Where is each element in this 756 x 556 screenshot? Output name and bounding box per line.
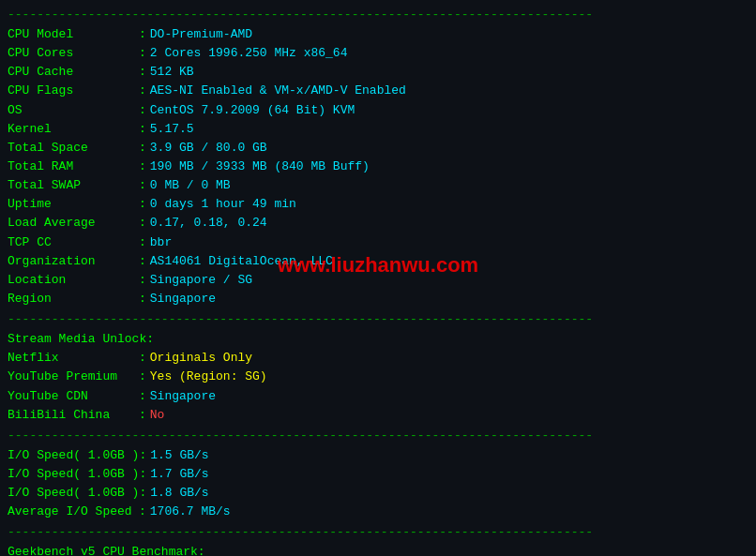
youtube-cdn-value: Singapore <box>150 387 216 406</box>
youtube-cdn-label: YouTube CDN <box>8 387 139 406</box>
cpu-model-label: CPU Model <box>8 25 139 44</box>
divider-top: ----------------------------------------… <box>8 8 748 22</box>
cpu-cache-label: CPU Cache <box>8 63 139 82</box>
organization-label: Organization <box>8 252 139 271</box>
cpu-cache-value: 512 KB <box>150 63 194 82</box>
avg-io-row: Average I/O Speed : 1706.7 MB/s <box>8 503 748 521</box>
io2-row: I/O Speed( 1.0GB ) : 1.7 GB/s <box>8 465 748 484</box>
cpu-flags-label: CPU Flags <box>8 82 139 100</box>
os-label: OS <box>8 101 139 120</box>
total-space-row: Total Space : 3.9 GB / 80.0 GB <box>8 139 748 158</box>
organization-row: Organization : AS14061 DigitalOcean, LLC <box>8 252 748 271</box>
cpu-cores-label: CPU Cores <box>8 44 139 63</box>
load-average-label: Load Average <box>8 214 139 233</box>
stream-media-row: Stream Media Unlock : <box>8 330 748 349</box>
netflix-value: Originals Only <box>150 349 252 368</box>
tcp-cc-row: TCP CC : bbr <box>8 233 748 252</box>
tcp-cc-value: bbr <box>150 233 172 252</box>
kernel-label: Kernel <box>8 120 139 139</box>
io3-label: I/O Speed( 1.0GB ) <box>8 484 139 503</box>
total-ram-label: Total RAM <box>8 158 139 176</box>
tcp-cc-label: TCP CC <box>8 233 139 252</box>
load-average-value: 0.17, 0.18, 0.24 <box>150 214 267 233</box>
location-label: Location <box>8 271 139 290</box>
geekbench-section-label: Geekbench v5 CPU Benchmark: <box>8 543 205 556</box>
io1-label: I/O Speed( 1.0GB ) <box>8 446 139 465</box>
stream-media-label: Stream Media Unlock <box>8 330 146 349</box>
region-value: Singapore <box>150 290 216 308</box>
geekbench-section-row: Geekbench v5 CPU Benchmark: <box>8 543 748 556</box>
youtube-cdn-row: YouTube CDN : Singapore <box>8 387 748 406</box>
os-row: OS : CentOS 7.9.2009 (64 Bit) KVM <box>8 101 748 120</box>
cpu-cores-value: 2 Cores 1996.250 MHz x86_64 <box>150 44 348 63</box>
youtube-premium-label: YouTube Premium <box>8 368 139 386</box>
divider-2: ----------------------------------------… <box>8 312 748 326</box>
load-average-row: Load Average : 0.17, 0.18, 0.24 <box>8 214 748 233</box>
total-space-label: Total Space <box>8 139 139 158</box>
uptime-label: Uptime <box>8 195 139 214</box>
netflix-label: Netflix <box>8 349 139 368</box>
avg-io-value: 1706.7 MB/s <box>150 503 231 521</box>
total-swap-row: Total SWAP : 0 MB / 0 MB <box>8 176 748 195</box>
uptime-row: Uptime : 0 days 1 hour 49 min <box>8 195 748 214</box>
youtube-premium-value: Yes (Region: SG) <box>150 368 267 386</box>
divider-4: ----------------------------------------… <box>8 525 748 539</box>
youtube-premium-row: YouTube Premium : Yes (Region: SG) <box>8 368 748 386</box>
io3-value: 1.8 GB/s <box>150 484 208 503</box>
kernel-row: Kernel : 5.17.5 <box>8 120 748 139</box>
cpu-cache-row: CPU Cache : 512 KB <box>8 63 748 82</box>
total-swap-label: Total SWAP <box>8 176 139 195</box>
os-value: CentOS 7.9.2009 (64 Bit) KVM <box>150 101 355 120</box>
location-value: Singapore / SG <box>150 271 252 290</box>
kernel-value: 5.17.5 <box>150 120 194 139</box>
location-row: Location : Singapore / SG <box>8 271 748 290</box>
total-space-value: 3.9 GB / 80.0 GB <box>150 139 267 158</box>
total-ram-row: Total RAM : 190 MB / 3933 MB (840 MB Buf… <box>8 158 748 176</box>
total-ram-value: 190 MB / 3933 MB (840 MB Buff) <box>150 158 370 176</box>
cpu-model-value: DO-Premium-AMD <box>150 25 252 44</box>
bilibili-value: No <box>150 406 165 425</box>
uptime-value: 0 days 1 hour 49 min <box>150 195 296 214</box>
io3-row: I/O Speed( 1.0GB ) : 1.8 GB/s <box>8 484 748 503</box>
cpu-cores-row: CPU Cores : 2 Cores 1996.250 MHz x86_64 <box>8 44 748 63</box>
organization-value: AS14061 DigitalOcean, LLC <box>150 252 333 271</box>
io1-value: 1.5 GB/s <box>150 446 208 465</box>
divider-3: ----------------------------------------… <box>8 428 748 443</box>
region-row: Region : Singapore <box>8 290 748 308</box>
region-label: Region <box>8 290 139 308</box>
bilibili-label: BiliBili China <box>8 406 139 425</box>
cpu-flags-row: CPU Flags : AES-NI Enabled & VM-x/AMD-V … <box>8 82 748 100</box>
cpu-flags-value: AES-NI Enabled & VM-x/AMD-V Enabled <box>150 82 406 100</box>
io2-value: 1.7 GB/s <box>150 465 208 484</box>
bilibili-row: BiliBili China : No <box>8 406 748 425</box>
avg-io-label: Average I/O Speed <box>8 503 139 521</box>
io1-row: I/O Speed( 1.0GB ) : 1.5 GB/s <box>8 446 748 465</box>
io2-label: I/O Speed( 1.0GB ) <box>8 465 139 484</box>
cpu-model-row: CPU Model : DO-Premium-AMD <box>8 25 748 44</box>
total-swap-value: 0 MB / 0 MB <box>150 176 231 195</box>
netflix-row: Netflix : Originals Only <box>8 349 748 368</box>
